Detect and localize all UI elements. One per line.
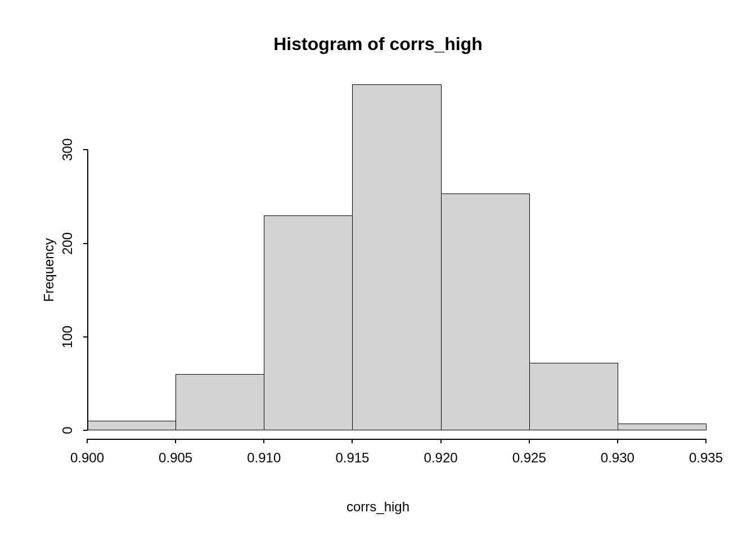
x-tick-label: 0.910 [236,450,292,466]
x-axis-label: corrs_high [0,499,756,515]
histogram-bar [618,424,706,430]
x-tick [440,439,442,443]
y-tick [83,430,88,431]
histogram-bar [264,215,353,430]
x-tick [617,439,618,443]
x-tick [175,439,176,443]
y-tick [83,243,88,244]
y-axis-line [87,150,88,430]
x-tick [263,439,264,443]
x-tick-label: 0.920 [413,450,469,466]
histogram-bar [441,194,530,430]
histogram-bar [529,363,618,430]
histogram-bar [87,421,176,430]
y-tick-label: 200 [60,232,75,255]
histogram-bar [176,374,264,430]
y-axis-label: Frequency [41,238,57,302]
x-tick [87,439,88,443]
x-tick [705,439,706,443]
y-tick-label: 0 [60,419,75,442]
x-tick-label: 0.925 [501,450,557,466]
x-tick-label: 0.915 [324,450,380,466]
chart-title: Histogram of corrs_high [0,34,756,55]
x-tick-label: 0.935 [678,450,734,466]
y-tick-label: 100 [60,326,75,348]
x-tick-label: 0.905 [147,450,204,466]
chart-container: Histogram of corrs_high Frequency corrs_… [0,0,756,540]
x-tick-label: 0.900 [59,450,115,466]
x-tick-label: 0.930 [590,450,646,466]
x-axis-line [87,439,706,440]
x-tick [352,439,353,443]
y-tick [83,336,88,338]
histogram-bar [352,84,441,430]
x-tick [529,439,530,443]
y-tick [83,149,88,150]
y-tick-label: 300 [60,138,75,161]
